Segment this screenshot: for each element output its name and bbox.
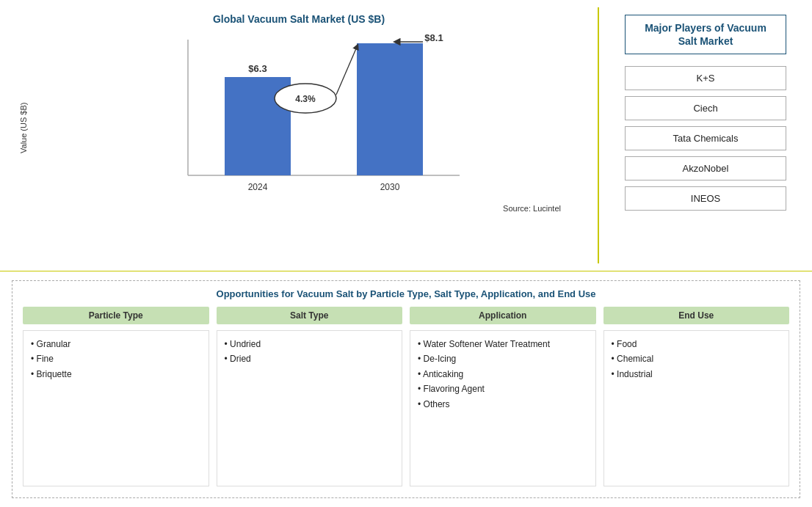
bottom-section: Opportunities for Vacuum Salt by Particl… xyxy=(0,271,812,507)
col-particle-type: Particle Type Granular Fine Briquette xyxy=(23,307,209,486)
col-end-use: End Use Food Chemical Industrial xyxy=(603,307,790,486)
particle-item-3: Briquette xyxy=(31,367,201,382)
col-header-particle-type: Particle Type xyxy=(23,307,209,324)
col-body-end-use: Food Chemical Industrial xyxy=(603,330,790,486)
app-item-3: Anticaking xyxy=(418,367,588,382)
col-body-particle-type: Granular Fine Briquette xyxy=(23,330,209,486)
right-panel: Major Players of Vacuum Salt Market K+S … xyxy=(599,0,812,271)
col-body-application: Water Softener Water Treatment De-Icing … xyxy=(410,330,596,486)
col-header-application: Application xyxy=(410,307,596,324)
y-axis-label: Value (US $B) xyxy=(15,32,28,223)
top-section: Global Vacuum Salt Market (US $B) Value … xyxy=(0,0,812,271)
salt-item-2: Dried xyxy=(225,351,395,366)
cagr-arrow xyxy=(336,47,357,95)
col-salt-type: Salt Type Undried Dried xyxy=(217,307,403,486)
col-header-end-use: End Use xyxy=(603,307,790,324)
x-label-2030: 2030 xyxy=(380,182,400,192)
player-item-tata: Tata Chemicals xyxy=(625,126,786,150)
chart-inner: Value (US $B) $6.3 2024 xyxy=(15,32,583,223)
x-label-2024: 2024 xyxy=(248,182,268,192)
player-item-akzo: AkzoNobel xyxy=(625,156,786,180)
opportunities-box: Opportunities for Vacuum Salt by Particl… xyxy=(12,280,800,498)
end-item-3: Industrial xyxy=(612,367,782,382)
bar-label-2030: $8.1 xyxy=(424,32,443,43)
bar-label-2024: $6.3 xyxy=(248,63,267,74)
player-item-ciech: Ciech xyxy=(625,96,786,120)
bar-chart-svg: $6.3 2024 $8.1 2030 4.3% xyxy=(28,32,583,201)
cagr-text: 4.3% xyxy=(295,94,316,104)
app-item-5: Others xyxy=(418,397,588,412)
app-item-4: Flavoring Agent xyxy=(418,382,588,396)
salt-item-1: Undried xyxy=(225,337,395,351)
end-item-1: Food xyxy=(612,337,782,351)
particle-item-1: Granular xyxy=(31,337,201,351)
col-application: Application Water Softener Water Treatme… xyxy=(410,307,596,486)
end-item-2: Chemical xyxy=(612,351,782,366)
source-text: Source: Lucintel xyxy=(28,204,583,213)
opp-columns: Particle Type Granular Fine Briquette Sa… xyxy=(23,307,789,486)
chart-plot: $6.3 2024 $8.1 2030 4.3% xyxy=(28,32,583,223)
chart-area: Global Vacuum Salt Market (US $B) Value … xyxy=(0,0,598,271)
particle-item-2: Fine xyxy=(31,351,201,366)
app-item-1: Water Softener Water Treatment xyxy=(418,337,588,351)
col-header-salt-type: Salt Type xyxy=(217,307,403,324)
player-item-ineos: INEOS xyxy=(625,186,786,211)
opp-title: Opportunities for Vacuum Salt by Particl… xyxy=(23,288,789,299)
app-item-2: De-Icing xyxy=(418,351,588,366)
players-box-title: Major Players of Vacuum Salt Market xyxy=(625,15,786,54)
main-container: Global Vacuum Salt Market (US $B) Value … xyxy=(0,0,812,507)
chart-title: Global Vacuum Salt Market (US $B) xyxy=(213,13,385,25)
player-item-ks: K+S xyxy=(625,66,786,90)
col-body-salt-type: Undried Dried xyxy=(217,330,403,486)
bar-2030 xyxy=(357,43,423,175)
